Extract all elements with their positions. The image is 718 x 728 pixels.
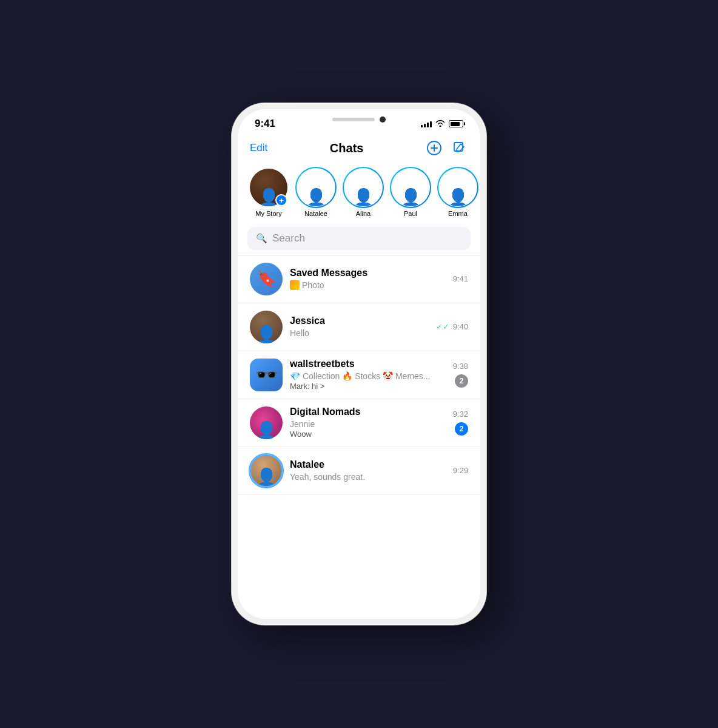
story-item-alina[interactable]: Alina bbox=[344, 169, 382, 217]
story-avatar-alina bbox=[344, 169, 382, 206]
story-label-alina: Alina bbox=[356, 210, 371, 217]
chat-meta-saved-messages: 9:41 bbox=[453, 274, 468, 283]
story-item-emma[interactable]: Emma bbox=[439, 169, 477, 217]
status-time: 9:41 bbox=[255, 118, 275, 130]
story-label-my-story: My Story bbox=[255, 210, 281, 217]
chat-name-saved-messages: Saved Messages bbox=[290, 268, 446, 278]
story-avatar-paul bbox=[392, 169, 429, 206]
camera bbox=[380, 116, 386, 123]
search-bar[interactable]: 🔍 Search bbox=[247, 227, 471, 250]
chat-meta-jessica: ✓✓ 9:40 bbox=[436, 322, 468, 331]
unread-badge-wallstreetbets: 2 bbox=[455, 374, 468, 388]
chat-preview2-wallstreetbets: Mark: hi > bbox=[290, 382, 446, 391]
chat-avatar-saved-messages: 🔖 bbox=[250, 263, 283, 295]
chat-preview-saved-messages: Photo bbox=[290, 280, 446, 290]
notch bbox=[332, 109, 386, 123]
story-item-natalee[interactable]: Natalee bbox=[297, 169, 335, 217]
story-item-paul[interactable]: Paul bbox=[392, 169, 429, 217]
speaker bbox=[332, 118, 375, 121]
chat-preview2-digital-nomads: Woow bbox=[290, 430, 446, 439]
story-item-my-story[interactable]: + My Story bbox=[250, 169, 287, 217]
header-icons bbox=[426, 140, 468, 157]
chat-preview-jessica: Hello bbox=[290, 328, 429, 338]
edit-button[interactable]: Edit bbox=[250, 142, 267, 154]
phone-screen: 9:41 bbox=[238, 109, 480, 619]
story-avatar-emma bbox=[439, 169, 477, 206]
compose-button[interactable] bbox=[451, 140, 468, 157]
add-story-button[interactable] bbox=[426, 140, 443, 157]
chat-name-wallstreetbets: wallstreetbets bbox=[290, 359, 446, 369]
chat-avatar-wrap-natalee bbox=[250, 454, 283, 487]
chat-time-natalee: 9:29 bbox=[453, 466, 468, 475]
chat-name-natalee: Natalee bbox=[290, 459, 446, 470]
story-label-paul: Paul bbox=[404, 210, 417, 217]
story-avatar-natalee bbox=[297, 169, 335, 206]
status-bar: 9:41 bbox=[238, 109, 480, 135]
bookmark-icon: 🔖 bbox=[257, 269, 276, 288]
chat-time-digital-nomads: 9:32 bbox=[453, 410, 468, 419]
unread-badge-digital-nomads: 2 bbox=[455, 422, 468, 436]
chat-name-jessica: Jessica bbox=[290, 315, 429, 326]
chat-time-saved-messages: 9:41 bbox=[453, 274, 468, 283]
chat-meta-wallstreetbets: 9:38 2 bbox=[453, 362, 468, 388]
stories-row: + My Story Natalee bbox=[238, 164, 480, 227]
story-add-badge: + bbox=[275, 194, 287, 206]
chat-info-jessica: Jessica Hello bbox=[290, 315, 429, 338]
story-label-natalee: Natalee bbox=[304, 210, 327, 217]
app-header: Edit Chats bbox=[238, 135, 480, 164]
chat-avatar-wallstreetbets: 🕶️ bbox=[250, 359, 283, 391]
chat-info-natalee: Natalee Yeah, sounds great. bbox=[290, 459, 446, 482]
chat-item-jessica[interactable]: Jessica Hello ✓✓ 9:40 bbox=[238, 303, 480, 351]
photo-thumb-icon bbox=[290, 280, 300, 290]
chat-info-saved-messages: Saved Messages Photo bbox=[290, 268, 446, 290]
wallstreet-emoji-icon: 🕶️ bbox=[255, 364, 278, 385]
chat-meta-natalee: 9:29 bbox=[453, 466, 468, 475]
chat-avatar-digital-nomads bbox=[250, 406, 283, 439]
search-icon: 🔍 bbox=[256, 233, 267, 244]
status-icons bbox=[421, 119, 463, 129]
chat-info-wallstreetbets: wallstreetbets 💎 Collection 🔥 Stocks 🤡 M… bbox=[290, 359, 446, 391]
chat-info-digital-nomads: Digital Nomads Jennie Woow bbox=[290, 406, 446, 439]
chat-preview1-digital-nomads: Jennie bbox=[290, 419, 446, 429]
chat-name-digital-nomads: Digital Nomads bbox=[290, 406, 446, 417]
chat-item-digital-nomads[interactable]: Digital Nomads Jennie Woow 9:32 2 bbox=[238, 399, 480, 447]
chat-item-natalee[interactable]: Natalee Yeah, sounds great. 9:29 bbox=[238, 447, 480, 495]
chat-avatar-natalee bbox=[250, 454, 283, 487]
chat-list: 🔖 Saved Messages Photo 9:41 bbox=[238, 255, 480, 619]
double-check-icon: ✓✓ bbox=[436, 322, 449, 331]
chat-preview-wallstreetbets: 💎 Collection 🔥 Stocks 🤡 Memes... bbox=[290, 371, 446, 381]
chat-avatar-jessica bbox=[250, 311, 283, 343]
chat-time-wallstreetbets: 9:38 bbox=[453, 362, 468, 371]
story-label-emma: Emma bbox=[448, 210, 468, 217]
chat-preview-natalee: Yeah, sounds great. bbox=[290, 472, 446, 482]
chat-item-wallstreetbets[interactable]: 🕶️ wallstreetbets 💎 Collection 🔥 Stocks … bbox=[238, 351, 480, 399]
battery-icon bbox=[449, 120, 463, 127]
chat-meta-digital-nomads: 9:32 2 bbox=[453, 410, 468, 436]
chat-time-jessica: ✓✓ 9:40 bbox=[436, 322, 468, 331]
search-placeholder: Search bbox=[272, 232, 305, 244]
chat-item-saved-messages[interactable]: 🔖 Saved Messages Photo 9:41 bbox=[238, 255, 480, 303]
app-content: 9:41 bbox=[238, 109, 480, 619]
phone-frame: 9:41 bbox=[232, 103, 486, 625]
signal-icon bbox=[421, 120, 432, 127]
wifi-icon bbox=[435, 119, 445, 129]
page-title: Chats bbox=[330, 141, 364, 155]
